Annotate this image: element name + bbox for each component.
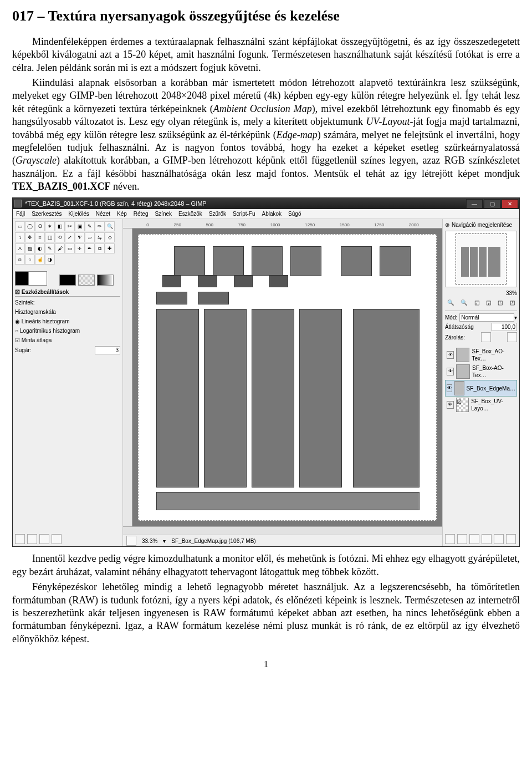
tool-persp-clone[interactable]: ⧈ [15, 255, 25, 265]
menu-item[interactable]: Eszközök [178, 210, 202, 217]
zoom-fill-icon[interactable]: ◰ [510, 299, 515, 306]
navigation-thumbnail[interactable] [445, 231, 517, 287]
zoom-in-icon[interactable]: 🔍 [461, 299, 467, 306]
eye-icon[interactable]: 👁 [447, 401, 454, 409]
tool-rotate[interactable]: ⟲ [55, 232, 65, 242]
menu-item[interactable]: Fájl [16, 210, 25, 217]
tool-heal[interactable]: ✚ [105, 243, 115, 253]
tool-clone[interactable]: ⧉ [95, 243, 105, 253]
canvas[interactable] [138, 234, 437, 521]
layer-row[interactable]: 👁 SF_Box_UV-Layo… [445, 397, 517, 413]
tool-perspective[interactable]: ▱ [85, 232, 95, 242]
menu-item[interactable]: Szűrők [209, 210, 226, 217]
background-color[interactable] [28, 271, 47, 286]
radio-log-histogram[interactable]: Logaritmikus hisztogram [15, 327, 120, 334]
raise-layer-icon[interactable] [457, 534, 467, 544]
zoom-100-icon[interactable]: ◲ [486, 299, 491, 306]
tool-blur[interactable]: ○ [25, 255, 35, 265]
tool-move[interactable]: ✥ [25, 232, 35, 242]
tool-align[interactable]: ≡ [35, 232, 45, 242]
tool-preset-delete-icon[interactable] [39, 534, 49, 544]
zoom-window-icon[interactable]: ◳ [498, 299, 503, 306]
lock-alpha-icon[interactable] [507, 332, 517, 342]
eye-icon[interactable]: 👁 [447, 384, 452, 392]
tool-measure[interactable]: ⟟ [15, 232, 25, 242]
active-pattern[interactable] [78, 275, 95, 286]
tool-shear[interactable]: ⧨ [75, 232, 85, 242]
maximize-button[interactable]: ▢ [484, 199, 500, 209]
active-gradient[interactable] [97, 275, 114, 286]
tool-gradient[interactable]: ◐ [35, 243, 45, 253]
tool-flip[interactable]: ⇋ [95, 232, 105, 242]
tool-cage[interactable]: ◇ [105, 232, 115, 242]
gimp-icon [14, 200, 22, 207]
new-layer-icon[interactable] [445, 534, 455, 544]
lower-layer-icon[interactable] [469, 534, 479, 544]
layer-row[interactable]: 👁 SF_Box_EdgeMa… [445, 380, 517, 397]
tool-bucket[interactable]: ▨ [25, 243, 35, 253]
menu-item[interactable]: Réteg [134, 210, 149, 217]
tool-scale[interactable]: ⤢ [65, 232, 75, 242]
histogram-scale-label: Hisztogramskála [15, 308, 120, 316]
tool-fuzzy-select[interactable]: ✶ [45, 221, 55, 231]
tool-paths[interactable]: ✎ [85, 221, 95, 231]
menu-item[interactable]: Súgó [288, 210, 301, 217]
tool-picker[interactable]: ✑ [95, 221, 105, 231]
nav-zoom-value: 33% [445, 290, 517, 297]
left-panel: ▭ ◯ ʘ ✶ ◧ ✂ ▣ ✎ ✑ 🔍 ⟟ ✥ ≡ ◫ ⟲ ⤢ ⧨ ▱ ⇋ ◇ [13, 219, 123, 546]
zoom-fit-icon[interactable]: ◱ [474, 299, 479, 306]
layer-row[interactable]: 👁 SF_Box-AO-Tex… [445, 363, 517, 380]
tool-lasso[interactable]: ʘ [35, 221, 45, 231]
lock-pixels-icon[interactable] [481, 332, 491, 342]
menu-item[interactable]: Színek [155, 210, 172, 217]
tool-ink[interactable]: ✒ [85, 243, 95, 253]
paragraph-4: Fényképezéskor lehetőleg mindig a lehető… [12, 581, 520, 646]
tool-airbrush[interactable]: ✈ [75, 243, 85, 253]
menu-item[interactable]: Ablakok [262, 210, 282, 217]
tool-preset-reset-icon[interactable] [52, 534, 62, 544]
navigation-toggle[interactable]: ⊕ Navigáció megjelenítése [445, 221, 517, 228]
tool-rect-select[interactable]: ▭ [15, 221, 25, 231]
checkbox-sample-average[interactable]: Minta átlaga [15, 337, 120, 344]
paragraph-2: Kiindulási alapnak elsősorban a korábban… [12, 77, 520, 194]
tool-brush[interactable]: 🖌 [55, 243, 65, 253]
toolbox: ▭ ◯ ʘ ✶ ◧ ✂ ▣ ✎ ✑ 🔍 ⟟ ✥ ≡ ◫ ⟲ ⤢ ⧨ ▱ ⇋ ◇ [15, 221, 120, 265]
status-zoom[interactable]: 33.3% [142, 537, 157, 545]
tool-smudge[interactable]: ☝ [35, 255, 45, 265]
tool-scissors[interactable]: ✂ [65, 221, 75, 231]
menu-item[interactable]: Nézet [96, 210, 110, 217]
tool-zoom[interactable]: 🔍 [105, 221, 115, 231]
tool-foreground[interactable]: ▣ [75, 221, 85, 231]
menu-item[interactable]: Szerkesztés [32, 210, 62, 217]
opacity-value[interactable]: 100,0 [492, 323, 517, 331]
color-swatches[interactable] [15, 267, 120, 286]
close-button[interactable]: ✕ [502, 199, 518, 209]
menu-item[interactable]: Kép [117, 210, 127, 217]
tool-dodge[interactable]: ◑ [45, 255, 55, 265]
duplicate-layer-icon[interactable] [482, 534, 492, 544]
mode-select[interactable]: Normál [459, 313, 514, 322]
tool-ellipse-select[interactable]: ◯ [25, 221, 35, 231]
layer-row[interactable]: 👁 SF_Box_AO-Tex… [445, 347, 517, 363]
eye-icon[interactable]: 👁 [447, 351, 454, 359]
menu-item[interactable]: Kijelölés [69, 210, 89, 217]
tool-crop[interactable]: ◫ [45, 232, 55, 242]
tool-preset-save-icon[interactable] [15, 534, 25, 544]
menu-item[interactable]: Script-Fu [233, 210, 255, 217]
eye-icon[interactable]: 👁 [447, 368, 454, 375]
scrollbar-horizontal[interactable] [123, 526, 442, 535]
layer-name: SF_Box_AO-Tex… [472, 348, 515, 362]
status-unit-icon[interactable] [126, 536, 136, 546]
tool-eraser[interactable]: ▭ [65, 243, 75, 253]
active-brush[interactable] [59, 275, 76, 286]
tool-pencil[interactable]: ✎ [45, 243, 55, 253]
radius-value[interactable]: 3 [95, 346, 120, 354]
zoom-out-icon[interactable]: 🔍 [447, 299, 454, 306]
tool-preset-restore-icon[interactable] [27, 534, 37, 544]
radio-linear-histogram[interactable]: Lineáris hisztogram [15, 318, 120, 325]
minimize-button[interactable]: — [466, 199, 483, 209]
delete-layer-icon[interactable] [506, 534, 516, 544]
tool-text[interactable]: A [15, 243, 25, 253]
anchor-layer-icon[interactable] [494, 534, 504, 544]
tool-by-color[interactable]: ◧ [55, 221, 65, 231]
